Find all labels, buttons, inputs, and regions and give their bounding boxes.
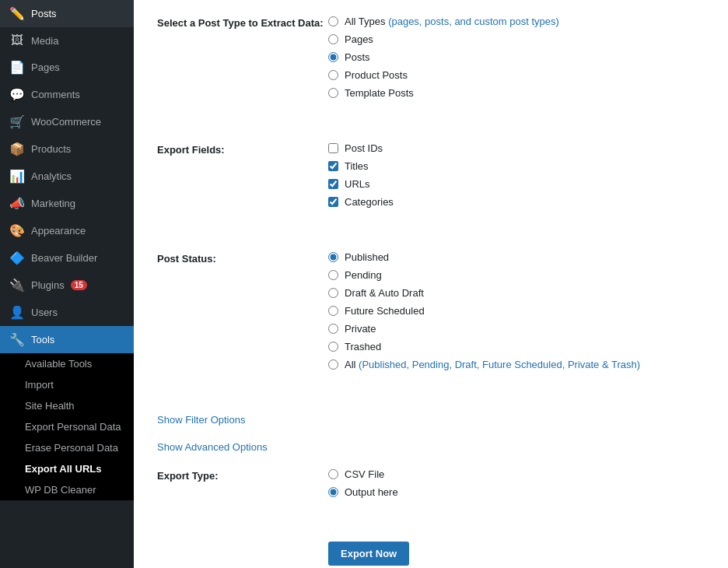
field-post-ids[interactable]: Post IDs bbox=[328, 142, 705, 154]
export-type-csv[interactable]: CSV File bbox=[328, 468, 705, 480]
status-future-scheduled[interactable]: Future Scheduled bbox=[328, 305, 705, 317]
export-type-label: Export Type: bbox=[157, 468, 328, 504]
comments-icon: 💬 bbox=[9, 87, 25, 102]
main-content: Select a Post Type to Extract Data: All … bbox=[134, 0, 728, 568]
post-type-template-posts[interactable]: Template Posts bbox=[328, 87, 705, 99]
analytics-icon: 📊 bbox=[9, 169, 25, 184]
status-private[interactable]: Private bbox=[328, 323, 705, 335]
export-fields-label: Export Fields: bbox=[157, 142, 328, 214]
woocommerce-icon: 🛒 bbox=[9, 114, 25, 129]
field-categories[interactable]: Categories bbox=[328, 196, 705, 208]
export-type-section: Export Type: CSV File Output here bbox=[157, 468, 705, 523]
post-status-label: Post Status: bbox=[157, 251, 328, 377]
submenu-wp-db-cleaner[interactable]: WP DB Cleaner bbox=[0, 479, 134, 500]
status-published[interactable]: Published bbox=[328, 251, 705, 263]
post-type-all-types[interactable]: All Types (pages, posts, and custom post… bbox=[328, 16, 705, 27]
products-icon: 📦 bbox=[9, 142, 25, 156]
show-advanced-options-link[interactable]: Show Advanced Options bbox=[157, 441, 705, 453]
sidebar-item-tools[interactable]: 🔧 Tools bbox=[0, 326, 134, 353]
users-icon: 👤 bbox=[9, 305, 25, 320]
sidebar-item-woocommerce[interactable]: 🛒 WooCommerce bbox=[0, 108, 134, 135]
export-now-container: Export Now bbox=[328, 542, 705, 566]
sidebar-item-beaver-builder[interactable]: 🔷 Beaver Builder bbox=[0, 244, 134, 272]
export-now-button[interactable]: Export Now bbox=[328, 542, 409, 566]
submenu-site-health[interactable]: Site Health bbox=[0, 395, 134, 416]
status-trashed[interactable]: Trashed bbox=[328, 341, 705, 352]
sidebar-item-posts[interactable]: ✏️ Posts bbox=[0, 0, 134, 27]
media-icon: 🖼 bbox=[9, 33, 25, 47]
sidebar-item-analytics[interactable]: 📊 Analytics bbox=[0, 163, 134, 190]
appearance-icon: 🎨 bbox=[9, 223, 25, 238]
post-status-controls: Published Pending Draft & Auto Draft Fut… bbox=[328, 251, 705, 377]
sidebar-item-products[interactable]: 📦 Products bbox=[0, 135, 134, 163]
submenu-available-tools[interactable]: Available Tools bbox=[0, 353, 134, 374]
sidebar-item-marketing[interactable]: 📣 Marketing bbox=[0, 190, 134, 217]
export-fields-section: Export Fields: Post IDs Titles URLs Cate… bbox=[157, 142, 705, 233]
submenu-export-all-urls[interactable]: Export All URLs bbox=[0, 458, 134, 479]
post-type-section: Select a Post Type to Extract Data: All … bbox=[157, 16, 705, 124]
tools-submenu: Available Tools Import Site Health Expor… bbox=[0, 353, 134, 500]
sidebar-item-plugins[interactable]: 🔌 Plugins 15 bbox=[0, 272, 134, 299]
status-pending[interactable]: Pending bbox=[328, 269, 705, 281]
plugins-badge: 15 bbox=[71, 280, 87, 290]
sidebar-item-appearance[interactable]: 🎨 Appearance bbox=[0, 217, 134, 244]
sidebar-item-users[interactable]: 👤 Users bbox=[0, 299, 134, 326]
post-type-controls: All Types (pages, posts, and custom post… bbox=[328, 16, 705, 105]
field-urls[interactable]: URLs bbox=[328, 178, 705, 190]
sidebar-item-media[interactable]: 🖼 Media bbox=[0, 27, 134, 54]
beaver-builder-icon: 🔷 bbox=[9, 251, 25, 265]
posts-icon: ✏️ bbox=[9, 6, 25, 21]
field-titles[interactable]: Titles bbox=[328, 160, 705, 172]
post-type-posts[interactable]: Posts bbox=[328, 51, 705, 63]
status-all[interactable]: All (Published, Pending, Draft, Future S… bbox=[328, 359, 705, 370]
export-type-controls: CSV File Output here bbox=[328, 468, 705, 504]
post-type-pages[interactable]: Pages bbox=[328, 33, 705, 45]
export-type-output-here[interactable]: Output here bbox=[328, 486, 705, 498]
post-type-label: Select a Post Type to Extract Data: bbox=[157, 16, 328, 105]
submenu-import[interactable]: Import bbox=[0, 374, 134, 395]
export-fields-controls: Post IDs Titles URLs Categories bbox=[328, 142, 705, 214]
post-type-product-posts[interactable]: Product Posts bbox=[328, 69, 705, 81]
post-status-section: Post Status: Published Pending Draft & A… bbox=[157, 251, 705, 395]
sidebar-item-comments[interactable]: 💬 Comments bbox=[0, 81, 134, 108]
status-draft[interactable]: Draft & Auto Draft bbox=[328, 287, 705, 299]
show-filter-options-link[interactable]: Show Filter Options bbox=[157, 414, 705, 426]
sidebar: ✏️ Posts 🖼 Media 📄 Pages 💬 Comments 🛒 Wo… bbox=[0, 0, 134, 568]
plugins-icon: 🔌 bbox=[9, 278, 25, 293]
sidebar-item-pages[interactable]: 📄 Pages bbox=[0, 54, 134, 81]
tools-icon: 🔧 bbox=[9, 332, 25, 347]
pages-icon: 📄 bbox=[9, 60, 25, 75]
marketing-icon: 📣 bbox=[9, 196, 25, 211]
submenu-erase-personal-data[interactable]: Erase Personal Data bbox=[0, 437, 134, 458]
submenu-export-personal-data[interactable]: Export Personal Data bbox=[0, 416, 134, 437]
